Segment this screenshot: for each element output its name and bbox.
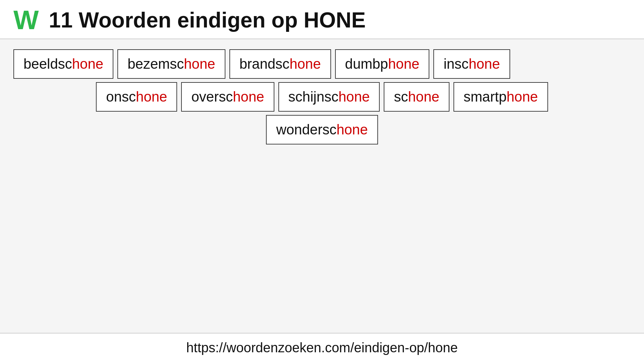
word-highlight: hone bbox=[336, 122, 368, 138]
word-prefix: beeldsc bbox=[23, 56, 72, 72]
word-card: schijnschone bbox=[278, 82, 380, 112]
word-highlight: hone bbox=[233, 89, 264, 105]
word-highlight: hone bbox=[506, 89, 538, 105]
word-card: overschone bbox=[181, 82, 274, 112]
word-row-3: wonderschone bbox=[13, 115, 631, 144]
word-prefix: schijnsc bbox=[288, 89, 338, 105]
word-prefix: insc bbox=[443, 56, 469, 72]
word-row-2: onschoneoverschoneschijnschoneschonesmar… bbox=[13, 82, 631, 112]
word-card: dumbphone bbox=[335, 49, 430, 79]
word-card: onschone bbox=[96, 82, 177, 112]
word-card: beeldschone bbox=[13, 49, 113, 79]
word-highlight: hone bbox=[469, 56, 500, 72]
word-highlight: hone bbox=[408, 89, 439, 105]
word-prefix: smartp bbox=[464, 89, 506, 105]
word-highlight: hone bbox=[289, 56, 321, 72]
word-card: wonderschone bbox=[266, 115, 378, 144]
word-prefix: dumbp bbox=[345, 56, 388, 72]
word-highlight: hone bbox=[184, 56, 215, 72]
page-title: 11 Woorden eindigen op HONE bbox=[49, 8, 366, 33]
word-card: smartphone bbox=[453, 82, 548, 112]
word-row-1: beeldschonebezemschonebrandschonedumbpho… bbox=[13, 49, 631, 79]
word-prefix: wondersc bbox=[276, 122, 336, 138]
word-card: schone bbox=[384, 82, 449, 112]
word-highlight: hone bbox=[388, 56, 419, 72]
word-card: brandschone bbox=[229, 49, 331, 79]
word-prefix: bezemsc bbox=[127, 56, 184, 72]
word-card: inschone bbox=[433, 49, 510, 79]
word-card: bezemschone bbox=[117, 49, 225, 79]
word-highlight: hone bbox=[72, 56, 103, 72]
word-highlight: hone bbox=[338, 89, 370, 105]
word-prefix: sc bbox=[394, 89, 408, 105]
word-prefix: brandsc bbox=[239, 56, 289, 72]
site-logo: W bbox=[13, 7, 39, 34]
word-prefix: onsc bbox=[106, 89, 136, 105]
footer-url: https://woordenzoeken.com/eindigen-op/ho… bbox=[0, 333, 644, 362]
word-highlight: hone bbox=[136, 89, 167, 105]
words-content: beeldschonebezemschonebrandschonedumbpho… bbox=[0, 39, 644, 333]
word-prefix: oversc bbox=[191, 89, 233, 105]
